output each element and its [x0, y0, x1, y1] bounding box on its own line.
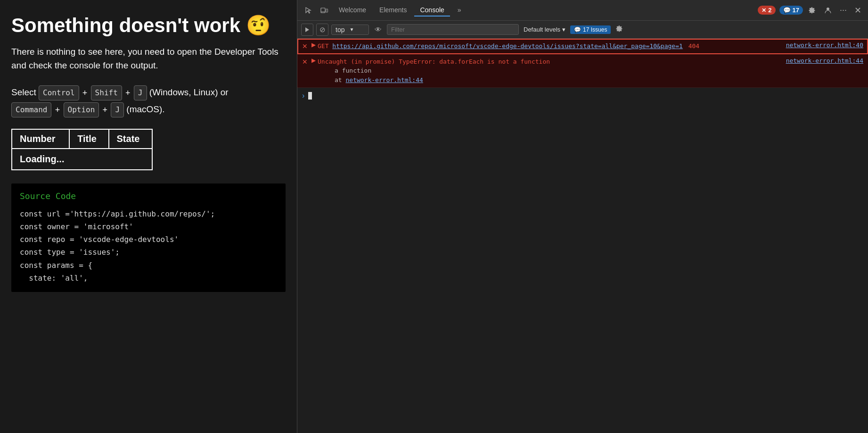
col-number: Number [12, 129, 69, 149]
chevron-down-icon: ▼ [349, 27, 354, 32]
key-command: Command [11, 102, 51, 117]
error-status: 404 [685, 42, 699, 50]
source-section: Source Code const url ='https://api.gith… [11, 183, 286, 292]
block-network-btn[interactable]: ⊘ [316, 24, 328, 36]
device-toggle-btn[interactable] [317, 3, 331, 17]
context-value: top [336, 26, 344, 33]
col-state: State [109, 129, 152, 149]
shortcut-suffix-1: (Windows, Linux) or [149, 87, 229, 97]
error-body-2: Uncaught (in promise) TypeError: data.fo… [318, 57, 782, 85]
error-text-2: Uncaught (in promise) TypeError: data.fo… [318, 57, 782, 67]
error-icon-x: ✕ [762, 7, 766, 14]
block-icon: ⊘ [319, 25, 326, 34]
col-title: Title [69, 129, 108, 149]
subtitle: There is nothing to see here, you need t… [11, 45, 286, 72]
error-count: 2 [768, 7, 771, 14]
issues-count-badge[interactable]: 💬 17 Issues [570, 25, 611, 34]
error-icon-1: ✕ [302, 42, 308, 50]
error-url-link[interactable]: https://api.github.com/repos/microsoft/v… [332, 42, 683, 50]
issues-table: Number Title State Loading... [11, 129, 153, 170]
clear-console-btn[interactable] [301, 24, 313, 36]
prompt-cursor [308, 92, 312, 100]
key-j-1: J [134, 85, 147, 100]
error-badge[interactable]: ✕ 2 [758, 6, 775, 15]
profile-btn[interactable] [821, 3, 835, 17]
issues-icon-console: 💬 [574, 26, 581, 33]
issues-badge-top[interactable]: 💬 17 [779, 6, 803, 15]
right-panel: Welcome Elements Console » ✕ 2 💬 17 ··· … [297, 0, 868, 433]
source-code: const url ='https://api.github.com/repos… [20, 208, 277, 284]
shortcut-prefix: Select [11, 87, 36, 97]
console-output: ✕ ▶ GET https://api.github.com/repos/mic… [297, 39, 868, 433]
error-source-link-1[interactable]: network-error.html:40 [786, 42, 863, 49]
tab-elements[interactable]: Elements [374, 4, 412, 17]
plus-2: + [125, 88, 131, 98]
close-devtools-btn[interactable]: ✕ [852, 5, 864, 16]
shortcut-line-2: Command + Option + J (macOS). [11, 102, 286, 117]
main-heading: Something doesn't work 🤨 [11, 14, 286, 37]
console-error-network: ✕ ▶ GET https://api.github.com/repos/mic… [297, 39, 868, 54]
plus-3: + [55, 105, 60, 115]
issues-icon-top: 💬 [783, 7, 791, 14]
tab-console[interactable]: Console [414, 4, 450, 17]
devtools-topbar: Welcome Elements Console » ✕ 2 💬 17 ··· … [297, 0, 868, 21]
error-text-1: GET https://api.github.com/repos/microso… [318, 42, 782, 51]
tab-welcome[interactable]: Welcome [333, 4, 372, 17]
plus-1: + [82, 88, 88, 98]
shortcut-line-1: Select Control + Shift + J (Windows, Lin… [11, 85, 286, 100]
default-levels-label: Default levels [524, 26, 560, 33]
error-sub-2: a function [318, 66, 782, 75]
expand-error-2[interactable]: ▶ [311, 57, 316, 64]
svg-rect-1 [326, 9, 328, 12]
dropdown-arrow-icon: ▾ [562, 26, 565, 33]
source-label: Source Code [20, 191, 277, 201]
key-option: Option [64, 102, 99, 117]
console-error-js: ✕ ▶ Uncaught (in promise) TypeError: dat… [297, 54, 868, 88]
issues-count-top: 17 [793, 7, 799, 14]
eye-icon: 👁 [375, 25, 382, 33]
context-selector[interactable]: top ▼ [331, 25, 369, 35]
svg-marker-4 [305, 27, 309, 32]
left-panel: Something doesn't work 🤨 There is nothin… [0, 0, 297, 433]
settings-btn[interactable] [805, 3, 819, 17]
console-prompt[interactable]: › [297, 88, 868, 104]
issues-count-label: 17 Issues [583, 26, 607, 33]
console-toolbar: ⊘ top ▼ 👁 Default levels ▾ 💬 17 Issues [297, 21, 868, 39]
table-row-loading: Loading... [12, 149, 152, 170]
console-settings-btn[interactable] [614, 25, 625, 34]
error-sub-location: at network-error.html:44 [318, 75, 782, 85]
shortcut-suffix-2: (macOS). [126, 104, 164, 114]
inspect-element-btn[interactable] [301, 3, 315, 17]
default-levels-btn[interactable]: Default levels ▾ [522, 26, 567, 33]
tab-more-tabs[interactable]: » [452, 4, 467, 17]
key-control: Control [39, 85, 79, 100]
prompt-arrow-icon: › [302, 92, 304, 100]
error-source-link-2[interactable]: network-error.html:44 [786, 57, 863, 64]
error-sub-link[interactable]: network-error.html:44 [345, 76, 423, 83]
live-expression-btn[interactable]: 👁 [372, 24, 384, 36]
key-j-2: J [111, 102, 124, 117]
loading-cell: Loading... [12, 149, 152, 170]
key-shift: Shift [91, 85, 122, 100]
console-filter-input[interactable] [387, 24, 519, 35]
plus-4: + [103, 105, 108, 115]
error-icon-2: ✕ [302, 58, 308, 66]
more-options-btn[interactable]: ··· [837, 5, 850, 15]
http-method: GET [318, 42, 332, 50]
svg-point-3 [827, 8, 829, 10]
expand-error-1[interactable]: ▶ [311, 42, 316, 48]
